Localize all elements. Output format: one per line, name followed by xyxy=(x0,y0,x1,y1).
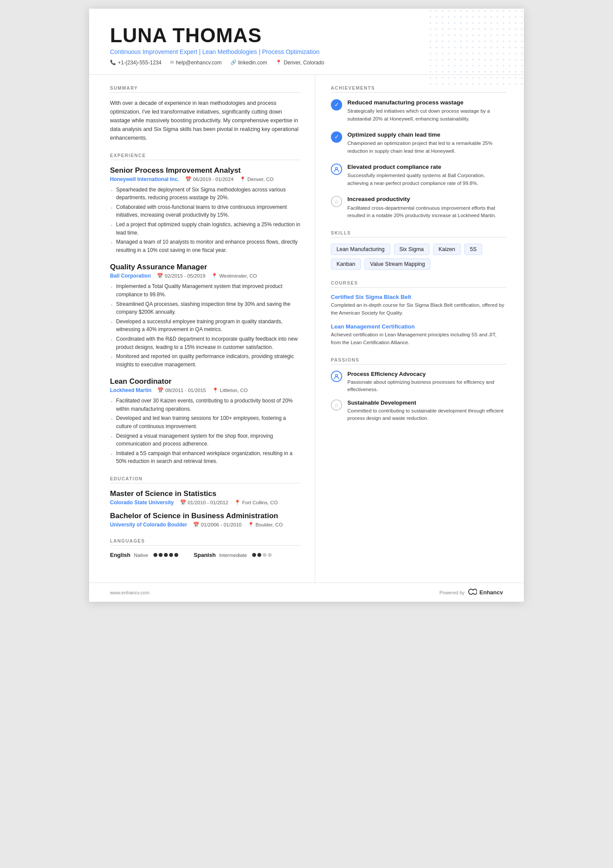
location-icon: 📍 xyxy=(276,60,282,65)
left-column: SUMMARY With over a decade of experience… xyxy=(89,75,315,583)
passions-label: PASSIONS xyxy=(331,357,506,365)
passion-title-2: Sustainable Development xyxy=(347,399,506,406)
job-bullets-3: Facilitated over 30 Kaizen events, contr… xyxy=(110,397,301,466)
edu-entry-2: Bachelor of Science in Business Administ… xyxy=(110,512,301,528)
achievement-text-1: Reduced manufacturing process wastage St… xyxy=(347,99,506,123)
powered-by-text: Powered by xyxy=(440,590,465,595)
passion-content-1: Process Efficiency Advocacy Passionate a… xyxy=(347,371,506,394)
edu-degree-1: Master of Science in Statistics xyxy=(110,489,301,498)
skills-label: SKILLS xyxy=(331,230,506,238)
lang-level-english: Native xyxy=(134,553,148,558)
link-icon: 🔗 xyxy=(230,60,237,65)
job-entry-1: Senior Process Improvement Analyst Honey… xyxy=(110,166,301,255)
achievements-label: ACHIEVEMENTS xyxy=(331,85,506,93)
achievement-1: ✓ Reduced manufacturing process wastage … xyxy=(331,99,506,123)
job-company-2: Ball Corporation xyxy=(110,273,151,279)
job-company-3: Lockheed Martin xyxy=(110,387,151,393)
edu-entry-1: Master of Science in Statistics Colorado… xyxy=(110,489,301,506)
summary-label: SUMMARY xyxy=(110,85,301,93)
job-bullets-1: Spearheaded the deployment of Six Sigma … xyxy=(110,186,301,255)
summary-text: With over a decade of experience in lean… xyxy=(110,99,301,142)
job-location-2: 📍 Westminster, CO xyxy=(211,273,257,279)
bullet: Spearheaded the deployment of Six Sigma … xyxy=(110,186,301,202)
courses-section: COURSES Certified Six Sigma Black Belt C… xyxy=(331,280,506,346)
dot xyxy=(153,553,157,557)
achievement-icon-4: ☆ xyxy=(331,196,342,207)
footer-url: www.enhancv.com xyxy=(110,590,150,595)
job-date-2: 📅 02/2015 - 05/2019 xyxy=(157,273,205,279)
skill-lean-manufacturing: Lean Manufacturing xyxy=(331,244,390,255)
phone-icon: 📞 xyxy=(110,60,116,65)
dot xyxy=(159,553,163,557)
bullet: Coordinated with the R&D department to i… xyxy=(110,335,301,351)
bullet: Managed a team of 10 analysts to monitor… xyxy=(110,238,301,254)
course-title-2: Lean Management Certification xyxy=(331,323,506,330)
bullet: Facilitated over 30 Kaizen events, contr… xyxy=(110,397,301,413)
pin-icon-edu1: 📍 xyxy=(234,499,240,506)
edu-meta-2: University of Colorado Boulder 📅 01/2006… xyxy=(110,522,301,528)
edu-location-2: 📍 Boulder, CO xyxy=(248,522,283,528)
dot xyxy=(257,553,261,557)
achievement-title-2: Optimized supply chain lead time xyxy=(347,131,506,139)
svg-point-3 xyxy=(336,374,338,376)
lang-name-spanish: Spanish xyxy=(194,552,216,558)
course-desc-2: Achieved certification in Lean Managemen… xyxy=(331,331,506,347)
calendar-icon-2: 📅 xyxy=(157,273,163,279)
skill-value-stream: Value Stream Mapping xyxy=(364,258,430,270)
language-spanish: Spanish Intermediate xyxy=(194,552,272,558)
candidate-name: LUNA THOMAS xyxy=(110,24,503,47)
contact-bar: 📞 +1-(234)-555-1234 ✉ help@enhancv.com 🔗… xyxy=(110,60,503,66)
contact-email: ✉ help@enhancv.com xyxy=(170,60,221,66)
experience-label: EXPERIENCE xyxy=(110,153,301,160)
job-meta-1: Honeywell International Inc. 📅 06/2019 -… xyxy=(110,176,301,182)
course-desc-1: Completed an in-depth course for Six Sig… xyxy=(331,302,506,317)
achievement-text-2: Optimized supply chain lead time Champio… xyxy=(347,131,506,155)
lang-dots-spanish xyxy=(252,553,272,557)
passion-1: Process Efficiency Advocacy Passionate a… xyxy=(331,371,506,394)
contact-phone: 📞 +1-(234)-555-1234 xyxy=(110,60,161,66)
bullet: Initiated a 5S campaign that enhanced wo… xyxy=(110,449,301,466)
skill-six-sigma: Six Sigma xyxy=(394,244,430,255)
education-label: EDUCATION xyxy=(110,476,301,483)
pin-icon-3: 📍 xyxy=(212,387,218,393)
lang-name-english: English xyxy=(110,552,130,558)
passion-title-1: Process Efficiency Advocacy xyxy=(347,371,506,377)
achievement-title-3: Elevated product compliance rate xyxy=(347,163,506,171)
bullet: Implemented a Total Quality Management s… xyxy=(110,282,301,298)
achievement-text-4: Increased productivity Facilitated cross… xyxy=(347,195,506,220)
footer-brand: Powered by Enhancv xyxy=(440,588,503,597)
dot xyxy=(263,553,267,557)
job-location-3: 📍 Littleton, CO xyxy=(212,387,248,393)
bullet: Led a project that optimized supply chai… xyxy=(110,221,301,237)
pin-icon-1: 📍 xyxy=(240,176,246,182)
course-2: Lean Management Certification Achieved c… xyxy=(331,323,506,347)
achievement-icon-3 xyxy=(331,164,342,175)
passion-desc-2: Committed to contributing to sustainable… xyxy=(347,407,506,422)
bullet: Monitored and reported on quality perfor… xyxy=(110,352,301,369)
job-bullets-2: Implemented a Total Quality Management s… xyxy=(110,282,301,369)
language-english: English Native xyxy=(110,552,178,558)
job-meta-2: Ball Corporation 📅 02/2015 - 05/2019 📍 W… xyxy=(110,273,301,279)
lang-dots-english xyxy=(153,553,178,557)
edu-degree-2: Bachelor of Science in Business Administ… xyxy=(110,512,301,520)
achievement-desc-2: Championed an optimization project that … xyxy=(347,140,506,155)
skills-section: SKILLS Lean Manufacturing Six Sigma Kaiz… xyxy=(331,230,506,270)
bullet: Streamlined QA processes, slashing inspe… xyxy=(110,300,301,316)
achievement-desc-3: Successfully implemented quality systems… xyxy=(347,172,506,188)
passion-icon-1 xyxy=(331,371,342,382)
dot xyxy=(268,553,272,557)
calendar-icon-1: 📅 xyxy=(185,176,191,182)
languages-label: LANGUAGES xyxy=(110,538,301,546)
passions-section: PASSIONS Process Efficiency Advocacy Pas… xyxy=(331,357,506,422)
achievement-4: ☆ Increased productivity Facilitated cro… xyxy=(331,195,506,220)
achievement-icon-2: ✓ xyxy=(331,131,342,143)
edu-date-2: 📅 01/2006 - 01/2010 xyxy=(193,522,241,528)
edu-date-1: 📅 01/2010 - 01/2012 xyxy=(180,499,228,506)
course-title-1: Certified Six Sigma Black Belt xyxy=(331,294,506,300)
achievement-3: Elevated product compliance rate Success… xyxy=(331,163,506,188)
languages-row: English Native Spa xyxy=(110,552,301,558)
calendar-icon-edu2: 📅 xyxy=(193,522,199,528)
achievement-desc-4: Facilitated cross-departmental continuou… xyxy=(347,204,506,220)
passion-icon-2: ☆ xyxy=(331,399,342,411)
dot xyxy=(174,553,178,557)
